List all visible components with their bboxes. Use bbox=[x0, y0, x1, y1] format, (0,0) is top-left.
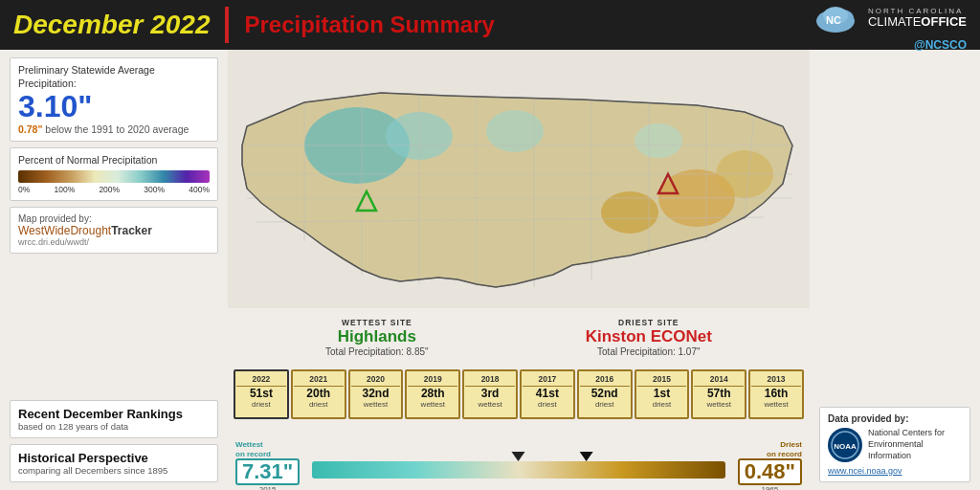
rank-cell-8: 2014 57th wettest bbox=[691, 369, 746, 419]
hist-driest-label: Drieston record bbox=[738, 440, 802, 458]
precip-box: Preliminary Statewide Average Precipitat… bbox=[10, 57, 218, 142]
wettest-site: WETTEST SITE Highlands Total Precipitati… bbox=[325, 318, 429, 357]
rank-num-0: 51st bbox=[236, 388, 286, 400]
driest-type-label: DRIEST SITE bbox=[586, 318, 712, 327]
page-title: December 2022 bbox=[13, 10, 210, 40]
right-spacer bbox=[819, 57, 970, 401]
hist-wettest-year: 2015 bbox=[235, 485, 300, 490]
svg-text:NC: NC bbox=[826, 14, 841, 26]
rank-cell-7: 2015 1st driest bbox=[635, 369, 690, 419]
rank-cell-4: 2018 3rd wettest bbox=[462, 369, 518, 419]
legend-labels: 0% 100% 200% 300% 400% bbox=[18, 185, 210, 194]
tracker-part1: WestWideDrought bbox=[18, 224, 111, 237]
rank-type-4: wettest bbox=[465, 400, 515, 409]
nc-climate-logo: NC NORTH CAROLINA CLIMATEOFFICE bbox=[811, 0, 967, 36]
rank-year-1: 2021 bbox=[294, 374, 344, 387]
rank-type-8: wettest bbox=[694, 400, 744, 409]
legend-0: 0% bbox=[18, 185, 30, 194]
rank-year-4: 2018 bbox=[465, 374, 515, 387]
precip-below-text: below the 1991 to 2020 average bbox=[45, 123, 189, 135]
rank-cell-5: 2017 41st driest bbox=[520, 369, 575, 419]
hist-2022-marker: 2022 bbox=[579, 452, 595, 490]
precip-value: 3.10" bbox=[18, 90, 210, 123]
rank-year-9: 2013 bbox=[751, 374, 801, 387]
rank-type-3: wettest bbox=[408, 400, 457, 409]
map-credit-box: Map provided by: WestWideDroughtTracker … bbox=[10, 207, 218, 254]
noaa-logo-icon: NOAA bbox=[831, 431, 859, 459]
logo-text: NORTH CAROLINA CLIMATEOFFICE bbox=[868, 7, 967, 28]
data-credit-label: Data provided by: bbox=[828, 413, 962, 424]
rankings-title: Recent December Rankings bbox=[18, 407, 210, 421]
header-subtitle: Precipitation Summary bbox=[244, 11, 810, 38]
rank-type-9: wettest bbox=[751, 400, 801, 409]
legend-100: 100% bbox=[54, 185, 75, 194]
nc-map-svg bbox=[228, 50, 810, 308]
rank-num-6: 52nd bbox=[580, 388, 630, 400]
map-credit-tracker: WestWideDroughtTracker bbox=[18, 224, 210, 237]
rank-type-1: driest bbox=[294, 400, 344, 409]
wettest-type-label: WETTEST SITE bbox=[325, 318, 429, 327]
wettest-precip: Total Precipitation: 8.85" bbox=[325, 346, 429, 357]
svg-text:NOAA: NOAA bbox=[834, 442, 857, 451]
legend-title: Percent of Normal Precipitation bbox=[18, 154, 210, 166]
historical-title: Historical Perspective bbox=[18, 451, 210, 465]
hist-bar-container: Wetteston record 7.31" 2015 Drieston rec… bbox=[235, 427, 802, 490]
rank-cell-9: 2013 16th wettest bbox=[748, 369, 804, 419]
page-container: December 2022 Precipitation Summary NC N… bbox=[0, 0, 980, 490]
rank-num-1: 20th bbox=[294, 388, 344, 400]
rank-num-7: 1st bbox=[637, 388, 687, 400]
climate-office-label: CLIMATEOFFICE bbox=[868, 15, 967, 28]
historical-info-box: Historical Perspective comparing all Dec… bbox=[10, 444, 218, 482]
rank-year-8: 2014 bbox=[694, 374, 744, 387]
low-precip-east2 bbox=[601, 191, 658, 234]
ncei-website: www.ncei.noaa.gov bbox=[828, 466, 962, 476]
rank-type-2: wettest bbox=[351, 400, 401, 409]
hist-avg-marker: 1991 to 2020 average bbox=[484, 452, 554, 490]
hist-avg-triangle bbox=[512, 452, 525, 461]
driest-site: DRIEST SITE Kinston ECONet Total Precipi… bbox=[586, 318, 712, 357]
hist-wettest-box: Wetteston record 7.31" 2015 bbox=[235, 440, 300, 490]
historical-bar-area: Wetteston record 7.31" 2015 Drieston rec… bbox=[228, 423, 810, 490]
hist-wettest-value: 7.31" bbox=[235, 458, 300, 485]
rank-year-5: 2017 bbox=[523, 374, 572, 387]
rank-type-6: driest bbox=[580, 400, 630, 409]
rank-num-4: 3rd bbox=[465, 388, 515, 400]
driest-site-name: Kinston ECONet bbox=[586, 327, 712, 346]
rank-year-7: 2015 bbox=[637, 374, 687, 387]
precip-below-amt: 0.78" bbox=[18, 123, 42, 135]
rank-cell-1: 2021 20th driest bbox=[291, 369, 346, 419]
sites-row: WETTEST SITE Highlands Total Precipitati… bbox=[228, 308, 810, 366]
rank-num-8: 57th bbox=[694, 388, 744, 400]
map-credit-url: wrcc.dri.edu/wwdt/ bbox=[18, 237, 210, 247]
logo-icon: NC bbox=[811, 0, 860, 36]
rank-type-0: driest bbox=[236, 400, 286, 409]
legend-400: 400% bbox=[189, 185, 210, 194]
rank-num-3: 28th bbox=[408, 388, 457, 400]
rank-year-6: 2016 bbox=[580, 374, 630, 387]
hist-driest-box: Drieston record 0.48" 1965 bbox=[738, 440, 802, 490]
wettest-site-name: Highlands bbox=[325, 327, 429, 346]
data-credit-box: Data provided by: NOAA National Centers … bbox=[819, 407, 970, 482]
rankings-info-box: Recent December Rankings based on 128 ye… bbox=[10, 400, 218, 438]
legend-box: Percent of Normal Precipitation 0% 100% … bbox=[10, 147, 218, 201]
tracker-part2: Tracker bbox=[111, 224, 152, 237]
header-divider bbox=[225, 7, 229, 43]
rank-year-0: 2022 bbox=[236, 374, 286, 387]
rank-num-2: 32nd bbox=[351, 388, 401, 400]
legend-300: 300% bbox=[144, 185, 165, 194]
ncei-text: National Centers for Environmental Infor… bbox=[868, 428, 962, 461]
rankings-subtitle: based on 128 years of data bbox=[18, 421, 210, 432]
rank-cells-row: 2022 51st driest 2021 20th driest 2020 3… bbox=[234, 369, 804, 419]
spacer bbox=[10, 259, 218, 394]
rank-cell-3: 2019 28th wettest bbox=[405, 369, 460, 419]
driest-precip: Total Precipitation: 1.07" bbox=[586, 346, 712, 357]
left-panel: Preliminary Statewide Average Precipitat… bbox=[0, 50, 228, 490]
precip-below: 0.78" below the 1991 to 2020 average bbox=[18, 123, 210, 135]
map-credit-line1: Map provided by: bbox=[18, 213, 210, 224]
hist-driest-value: 0.48" bbox=[738, 458, 802, 485]
rank-cell-2: 2020 32nd wettest bbox=[348, 369, 404, 419]
legend-gradient bbox=[18, 170, 210, 183]
right-panel: Data provided by: NOAA National Centers … bbox=[810, 50, 980, 490]
rank-num-5: 41st bbox=[523, 388, 572, 400]
ncei-line1: National Centers for bbox=[868, 428, 962, 439]
